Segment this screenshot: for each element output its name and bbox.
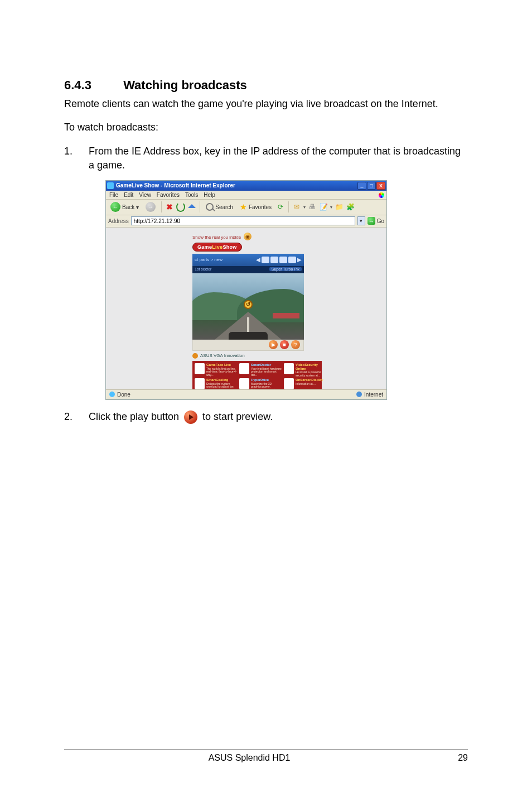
go-icon: →	[367, 217, 375, 225]
player-tool-icon[interactable]	[262, 257, 269, 263]
search-icon	[206, 203, 214, 211]
player-top-icons: ◀ ▶	[256, 257, 302, 263]
feature-smartdoctor: SmartDoctorYour intelligent hardware pro…	[251, 363, 282, 377]
status-done: Done	[109, 392, 130, 398]
address-dropdown-icon[interactable]: ▾	[357, 216, 365, 225]
feature-icon	[284, 363, 294, 374]
menu-view[interactable]: View	[139, 192, 151, 198]
menu-edit[interactable]: Edit	[124, 192, 133, 198]
star-icon: ★	[240, 202, 247, 211]
section-heading: 6.4.3 Watching broadcasts	[64, 78, 468, 93]
feature-icon	[239, 378, 249, 389]
player-tool-icon[interactable]	[288, 257, 296, 263]
address-label: Address	[108, 218, 129, 224]
gamelive-logo: GameLiveShow	[192, 243, 242, 252]
player-tool-icon[interactable]	[270, 257, 278, 263]
tagline-icon: ◉	[244, 233, 252, 240]
favorites-label: Favorites	[249, 204, 272, 210]
player-next-icon[interactable]: ▶	[297, 257, 302, 263]
step-1-number: 1.	[64, 144, 89, 172]
step-2-text-after: to start preview.	[202, 411, 273, 422]
lead-in: To watch broadcasts:	[64, 120, 468, 134]
print-icon[interactable]: 🖶	[308, 202, 317, 211]
refresh-icon[interactable]	[176, 202, 185, 211]
stop-icon[interactable]: ✖	[165, 202, 174, 211]
search-button[interactable]: Search	[204, 202, 235, 212]
status-done-text: Done	[117, 392, 130, 398]
home-icon[interactable]	[187, 202, 196, 211]
player-tool-icon[interactable]	[279, 257, 287, 263]
help-button[interactable]: ?	[291, 340, 300, 349]
stop-button[interactable]: ■	[280, 340, 289, 349]
player-controls: ▶ ■ ?	[192, 340, 304, 351]
ie-statusbar: Done Internet	[106, 389, 386, 399]
forward-icon: →	[146, 202, 156, 212]
step-1-text: From the IE Address box, key in the IP a…	[89, 144, 468, 172]
feature-gameface: GameFace LiveThe world's first on-line, …	[206, 363, 238, 377]
scenery-car	[229, 332, 268, 340]
innovation-panel: GameFace LiveThe world's first on-line, …	[192, 361, 322, 389]
innovation-title: ASUS VGA Innovation	[200, 353, 245, 358]
ie-title: GameLive Show - Microsoft Internet Explo…	[107, 182, 235, 189]
feature-videosecurity: VideoSecurity OnlineLet install a powerf…	[296, 363, 327, 377]
ie-addressbar: Address http://172.21.12.90 ▾ → Go	[106, 215, 386, 228]
ie-content-area: Show the real you inside ◉ GameLiveShow …	[106, 228, 386, 389]
feature-icon	[195, 378, 205, 389]
feature-hyperdrive: HyperDriveMaximize the 3D graphics power…	[251, 378, 282, 389]
mail-icon[interactable]: ✉	[292, 202, 301, 211]
minimize-button[interactable]: _	[357, 182, 366, 190]
inline-play-icon	[184, 410, 197, 424]
edit-dropdown-icon: ▾	[330, 205, 332, 210]
go-button[interactable]: → Go	[367, 217, 384, 225]
menu-tools[interactable]: Tools	[185, 192, 198, 198]
discuss-icon[interactable]: 📁	[335, 202, 344, 211]
tagline-text: Show the real you inside	[192, 235, 241, 240]
ie-throbber-icon	[378, 191, 385, 199]
address-input[interactable]: http://172.21.12.90	[131, 216, 355, 225]
ie-title-text: GameLive Show - Microsoft Internet Explo…	[116, 182, 235, 189]
go-label: Go	[377, 218, 384, 224]
footer-title: ASUS Splendid HD1	[64, 753, 434, 763]
search-label: Search	[215, 204, 233, 210]
ie-screenshot: GameLive Show - Microsoft Internet Explo…	[105, 180, 387, 400]
address-url: http://172.21.12.90	[134, 218, 180, 224]
menu-favorites[interactable]: Favorites	[157, 192, 180, 198]
forward-button[interactable]: →	[143, 201, 158, 213]
step-2: 2. Click the play button to start previe…	[64, 410, 468, 424]
maximize-button[interactable]: □	[367, 182, 376, 190]
ie-toolbar: ← Back ▾ → ✖ Search ★ Favorites ⟳ ✉	[106, 200, 386, 215]
back-icon: ←	[110, 202, 120, 212]
ie-app-icon	[107, 182, 114, 189]
back-button[interactable]: ← Back ▾	[108, 201, 141, 213]
player-subbar-left: 1st sector	[195, 267, 211, 271]
toolbar-separator	[200, 201, 200, 212]
document-page: 6.4.3 Watching broadcasts Remote clients…	[0, 0, 532, 802]
tagline-row: Show the real you inside ◉	[192, 231, 304, 241]
logo-part-game: Game	[197, 244, 212, 250]
favorites-button[interactable]: ★ Favorites	[238, 201, 274, 212]
intro-paragraph: Remote clients can watch the game you're…	[64, 97, 468, 110]
player-topbar: ct parts > new ◀ ▶	[192, 254, 304, 266]
back-dropdown-icon: ▾	[136, 204, 139, 210]
scenery-banner	[273, 313, 299, 318]
play-button[interactable]: ▶	[269, 340, 278, 349]
bullet-icon	[192, 353, 198, 359]
history-icon[interactable]: ⟳	[276, 202, 285, 211]
logo-part-show: Show	[223, 244, 236, 250]
menu-help[interactable]: Help	[204, 192, 215, 198]
steps-list-continued: 2. Click the play button to start previe…	[64, 410, 468, 424]
steps-list: 1. From the IE Address box, key in the I…	[64, 144, 468, 172]
menu-file[interactable]: File	[109, 192, 118, 198]
messenger-icon[interactable]: 🧩	[346, 202, 355, 211]
player-subbar-badge: Super Turbo PR	[269, 267, 302, 271]
player-prev-icon[interactable]: ◀	[256, 257, 260, 263]
mail-dropdown-icon: ▾	[303, 205, 306, 210]
step-2-number: 2.	[64, 410, 89, 424]
close-button[interactable]: X	[376, 182, 385, 190]
feature-osd: OnScreenDisplayInformation at ...	[296, 378, 327, 389]
innovation-header: ASUS VGA Innovation	[192, 351, 304, 361]
status-zone: Internet	[356, 392, 383, 398]
edit-icon[interactable]: 📝	[319, 202, 328, 211]
video-frame: ↺	[192, 273, 304, 340]
gamelive-page: Show the real you inside ◉ GameLiveShow …	[192, 231, 304, 389]
